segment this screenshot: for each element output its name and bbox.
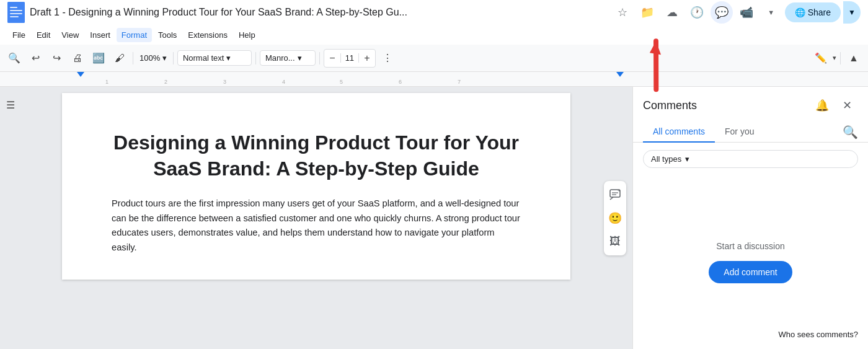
ruler-mark-4: 4 bbox=[282, 79, 285, 85]
zoom-select[interactable]: 100% ▾ bbox=[137, 52, 169, 64]
document-page: ☰ Designing a Winning Product Tour for Y… bbox=[62, 93, 570, 280]
style-value: Normal text bbox=[183, 53, 224, 63]
svg-rect-4 bbox=[10, 16, 19, 17]
menu-tools[interactable]: Tools bbox=[153, 28, 182, 42]
share-dropdown-btn[interactable]: ▼ bbox=[843, 1, 861, 24]
doc-icon bbox=[7, 2, 25, 23]
font-size-decrease-btn[interactable]: − bbox=[324, 50, 340, 67]
comments-title: Comments bbox=[643, 99, 697, 112]
comments-header: Comments 🔔 ✕ bbox=[633, 87, 868, 117]
ruler-mark-7: 7 bbox=[458, 79, 461, 85]
menu-extensions[interactable]: Extensions bbox=[183, 28, 232, 42]
image-float-btn[interactable]: 🖼 bbox=[604, 231, 626, 253]
tab-for-you[interactable]: For you bbox=[715, 121, 764, 143]
style-dropdown[interactable]: Normal text ▾ bbox=[177, 50, 252, 66]
font-size-increase-btn[interactable]: + bbox=[359, 50, 375, 67]
ruler-mark-2: 2 bbox=[164, 79, 167, 85]
menu-edit[interactable]: Edit bbox=[32, 28, 55, 42]
comments-tabs: All comments For you 🔍 bbox=[633, 121, 868, 143]
comments-panel: Comments 🔔 ✕ All comments For you 🔍 All … bbox=[632, 87, 868, 349]
ruler-mark-6: 6 bbox=[399, 79, 402, 85]
svg-rect-2 bbox=[10, 10, 22, 11]
globe-icon: 🌐 bbox=[795, 7, 805, 17]
menu-format[interactable]: Format bbox=[117, 28, 152, 42]
filter-label: All types bbox=[651, 154, 681, 164]
ruler-left-marker[interactable] bbox=[77, 72, 84, 77]
document-area: ☰ Designing a Winning Product Tour for Y… bbox=[0, 87, 632, 349]
svg-text:+: + bbox=[618, 188, 621, 193]
font-size-value[interactable]: 11 bbox=[340, 53, 359, 63]
separator-1 bbox=[133, 52, 133, 64]
ruler-right-marker[interactable] bbox=[616, 72, 624, 77]
history-icon[interactable]: 🕐 bbox=[686, 1, 708, 24]
filter-dropdown-icon: ▾ bbox=[685, 154, 689, 164]
ruler: 1 2 3 4 5 6 7 bbox=[0, 72, 868, 87]
who-sees-comments[interactable]: Who sees comments? bbox=[778, 330, 858, 339]
font-dropdown[interactable]: Manro... ▾ bbox=[260, 50, 316, 66]
edit-mode-btn[interactable]: ✏️ bbox=[812, 49, 830, 68]
filter-dropdown[interactable]: All types ▾ bbox=[643, 150, 858, 168]
svg-rect-3 bbox=[10, 13, 22, 14]
document-title: Draft 1 - Designing a Winning Product To… bbox=[30, 7, 606, 18]
comments-search-icon[interactable]: 🔍 bbox=[843, 125, 858, 139]
video-icon[interactable]: 📹 bbox=[735, 1, 758, 24]
video-dropdown-icon[interactable]: ▼ bbox=[760, 1, 782, 24]
spellcheck-btn[interactable]: 🔤 bbox=[89, 49, 108, 68]
more-options-btn[interactable]: ⋮ bbox=[378, 49, 397, 68]
comments-bell-icon[interactable]: 🔔 bbox=[811, 94, 833, 117]
font-value: Manro... bbox=[265, 53, 295, 63]
font-size-group: − 11 + bbox=[324, 49, 376, 68]
comments-header-icons: 🔔 ✕ bbox=[811, 94, 858, 117]
tab-all-comments[interactable]: All comments bbox=[643, 121, 715, 143]
share-label: Share bbox=[808, 7, 831, 17]
undo-btn[interactable]: ↩ bbox=[26, 49, 45, 68]
svg-rect-1 bbox=[10, 7, 17, 8]
separator-4 bbox=[319, 52, 320, 64]
top-icons: ☆ 📁 ☁ 🕐 💬 📹 ▼ 🌐 Share ▼ bbox=[611, 1, 861, 24]
main-content: ☰ Designing a Winning Product Tour for Y… bbox=[0, 87, 868, 349]
top-bar: Draft 1 - Designing a Winning Product To… bbox=[0, 0, 868, 25]
comments-icon[interactable]: 💬 bbox=[711, 1, 733, 24]
menu-view[interactable]: View bbox=[56, 28, 84, 42]
menu-insert[interactable]: Insert bbox=[85, 28, 115, 42]
separator-2 bbox=[173, 52, 174, 64]
list-icon[interactable]: ☰ bbox=[6, 99, 15, 111]
ruler-mark-1: 1 bbox=[105, 79, 108, 85]
comments-tabs-left: All comments For you bbox=[643, 121, 764, 142]
start-discussion-text: Start a discussion bbox=[716, 241, 785, 251]
insert-comment-float-btn[interactable]: + bbox=[604, 183, 626, 206]
paintformat-btn[interactable]: 🖌 bbox=[110, 49, 129, 68]
document-body: Product tours are the first impression m… bbox=[112, 197, 521, 255]
zoom-value: 100% bbox=[140, 53, 160, 63]
menu-file[interactable]: File bbox=[7, 28, 30, 42]
edit-mode-dropdown[interactable]: ▾ bbox=[833, 54, 836, 62]
menu-bar: File Edit View Insert Format Tools Exten… bbox=[0, 25, 868, 45]
star-icon[interactable]: ☆ bbox=[611, 1, 634, 24]
separator-3 bbox=[255, 52, 256, 64]
folder-icon[interactable]: 📁 bbox=[636, 1, 658, 24]
floating-toolbar: + 🙂 🖼 bbox=[604, 181, 626, 255]
svg-rect-0 bbox=[7, 2, 25, 23]
font-dropdown-icon: ▾ bbox=[298, 53, 302, 63]
comments-close-icon[interactable]: ✕ bbox=[836, 94, 858, 117]
ruler-mark-3: 3 bbox=[223, 79, 226, 85]
ruler-mark-5: 5 bbox=[340, 79, 343, 85]
menu-help[interactable]: Help bbox=[234, 28, 260, 42]
print-btn[interactable]: 🖨 bbox=[68, 49, 87, 68]
cloud-icon[interactable]: ☁ bbox=[661, 1, 683, 24]
comments-body: Start a discussion Add comment bbox=[633, 175, 868, 349]
comments-filter: All types ▾ bbox=[633, 143, 868, 175]
document-heading: Designing a Winning Product Tour for You… bbox=[112, 130, 521, 182]
separator-5 bbox=[840, 52, 841, 64]
collapse-toolbar-btn[interactable]: ▲ bbox=[844, 49, 863, 68]
toolbar: 🔍 ↩ ↪ 🖨 🔤 🖌 100% ▾ Normal text ▾ Manro..… bbox=[0, 45, 868, 72]
style-dropdown-icon: ▾ bbox=[226, 53, 231, 63]
zoom-dropdown-icon: ▾ bbox=[162, 53, 167, 63]
add-comment-button[interactable]: Add comment bbox=[709, 261, 792, 283]
search-toolbar-btn[interactable]: 🔍 bbox=[5, 49, 24, 68]
redo-btn[interactable]: ↪ bbox=[47, 49, 66, 68]
emoji-float-btn[interactable]: 🙂 bbox=[604, 207, 626, 229]
share-button[interactable]: 🌐 Share bbox=[785, 2, 841, 22]
